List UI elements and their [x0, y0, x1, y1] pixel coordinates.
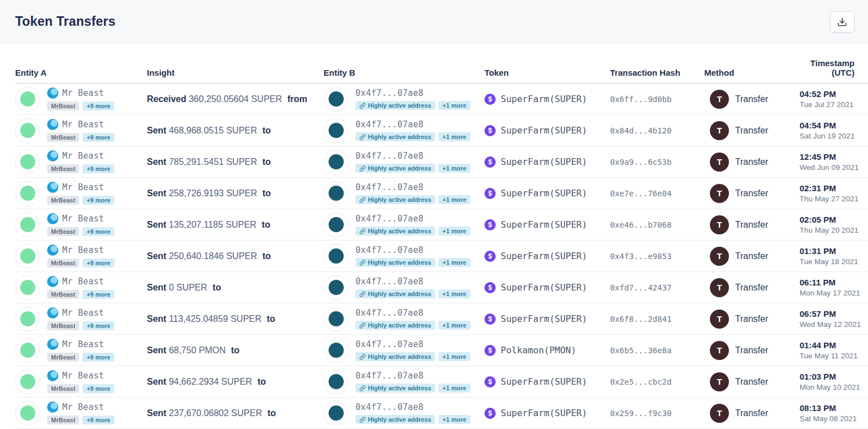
entity-a-avatar[interactable] — [15, 118, 40, 143]
entity-b-address[interactable]: 0x4f7...07ae8 — [355, 214, 423, 224]
token-label[interactable]: SuperFarm(SUPER) — [501, 125, 587, 136]
entity-a-more-badge[interactable]: +9 more — [82, 133, 114, 142]
entity-b-address[interactable]: 0x4f7...07ae8 — [355, 402, 423, 412]
token-label[interactable]: SuperFarm(SUPER) — [501, 313, 587, 324]
token-label[interactable]: Polkamon(PMON) — [501, 345, 576, 356]
entity-a-tag-badge[interactable]: MrBeast — [47, 196, 79, 205]
entity-b-activity-badge[interactable]: Highly active address — [355, 164, 435, 173]
entity-a-name[interactable]: Mr Beast — [62, 88, 104, 98]
token-label[interactable]: SuperFarm(SUPER) — [501, 376, 587, 387]
entity-b-more-badge[interactable]: +1 more — [438, 227, 470, 236]
entity-b-address[interactable]: 0x4f7...07ae8 — [355, 88, 423, 98]
download-button[interactable] — [830, 11, 855, 33]
entity-a-more-badge[interactable]: +9 more — [82, 227, 114, 236]
entity-b-address[interactable]: 0x4f7...07ae8 — [355, 119, 423, 130]
entity-a-tag-badge[interactable]: MrBeast — [47, 321, 79, 330]
entity-b-more-badge[interactable]: +1 more — [438, 164, 470, 173]
entity-a-name[interactable]: Mr Beast — [62, 339, 104, 349]
entity-a-tag-badge[interactable]: MrBeast — [47, 416, 79, 425]
entity-a-name[interactable]: Mr Beast — [62, 402, 104, 412]
token-label[interactable]: SuperFarm(SUPER) — [501, 156, 587, 167]
entity-a-tag-badge[interactable]: MrBeast — [47, 227, 79, 236]
entity-a-name[interactable]: Mr Beast — [62, 245, 104, 255]
entity-b-avatar[interactable] — [324, 181, 348, 206]
entity-a-name[interactable]: Mr Beast — [62, 276, 104, 287]
entity-a-more-badge[interactable]: +9 more — [82, 384, 114, 393]
entity-a-tag-badge[interactable]: MrBeast — [47, 164, 79, 173]
token-label[interactable]: SuperFarm(SUPER) — [501, 251, 587, 261]
entity-b-activity-badge[interactable]: Highly active address — [355, 289, 435, 298]
entity-a-avatar[interactable] — [15, 87, 40, 112]
entity-a-tag-badge[interactable]: MrBeast — [47, 102, 79, 110]
entity-a-tag-badge[interactable]: MrBeast — [47, 384, 79, 393]
entity-b-activity-badge[interactable]: Highly active address — [355, 384, 435, 393]
entity-b-activity-badge[interactable]: Highly active address — [355, 321, 435, 330]
entity-b-address[interactable]: 0x4f7...07ae8 — [355, 371, 423, 381]
entity-a-more-badge[interactable]: +9 more — [82, 321, 114, 330]
entity-a-more-badge[interactable]: +9 more — [82, 164, 114, 173]
entity-b-avatar[interactable] — [324, 275, 348, 300]
entity-a-avatar[interactable] — [15, 401, 40, 426]
entity-b-address[interactable]: 0x4f7...07ae8 — [355, 308, 423, 318]
entity-b-address[interactable]: 0x4f7...07ae8 — [355, 151, 423, 161]
entity-b-more-badge[interactable]: +1 more — [438, 321, 470, 330]
entity-b-avatar[interactable] — [324, 213, 348, 237]
entity-a-name[interactable]: Mr Beast — [62, 308, 104, 318]
token-label[interactable]: SuperFarm(SUPER) — [501, 408, 587, 418]
entity-a-more-badge[interactable]: +9 more — [82, 290, 114, 299]
entity-a-avatar[interactable] — [15, 370, 40, 394]
entity-b-activity-badge[interactable]: Highly active address — [355, 258, 435, 267]
entity-b-more-badge[interactable]: +1 more — [438, 132, 470, 141]
transaction-hash[interactable]: 0x6ff...9d0bb — [610, 95, 672, 104]
entity-b-more-badge[interactable]: +1 more — [438, 415, 470, 424]
entity-b-activity-badge[interactable]: Highly active address — [355, 227, 435, 236]
entity-a-more-badge[interactable]: +9 more — [82, 353, 114, 362]
entity-a-name[interactable]: Mr Beast — [62, 151, 104, 161]
entity-b-activity-badge[interactable]: Highly active address — [355, 132, 435, 141]
entity-b-activity-badge[interactable]: Highly active address — [355, 352, 435, 361]
entity-a-avatar[interactable] — [15, 150, 40, 174]
entity-a-name[interactable]: Mr Beast — [62, 214, 104, 224]
entity-b-more-badge[interactable]: +1 more — [438, 195, 470, 204]
entity-b-avatar[interactable] — [324, 338, 348, 363]
entity-b-avatar[interactable] — [324, 307, 348, 331]
transaction-hash[interactable]: 0xfd7...42437 — [610, 283, 672, 292]
entity-a-more-badge[interactable]: +9 more — [82, 416, 114, 425]
entity-b-avatar[interactable] — [324, 370, 348, 394]
entity-b-address[interactable]: 0x4f7...07ae8 — [355, 245, 423, 255]
entity-b-activity-badge[interactable]: Highly active address — [355, 195, 435, 204]
entity-b-address[interactable]: 0x4f7...07ae8 — [355, 276, 423, 287]
entity-a-tag-badge[interactable]: MrBeast — [47, 133, 79, 142]
entity-b-avatar[interactable] — [324, 244, 348, 269]
entity-b-avatar[interactable] — [324, 118, 348, 143]
entity-b-activity-badge[interactable]: Highly active address — [355, 101, 435, 110]
entity-a-name[interactable]: Mr Beast — [62, 371, 104, 381]
token-label[interactable]: SuperFarm(SUPER) — [501, 188, 587, 199]
entity-a-more-badge[interactable]: +9 more — [82, 102, 114, 110]
entity-a-avatar[interactable] — [15, 213, 40, 237]
transaction-hash[interactable]: 0x259...f9c30 — [610, 409, 672, 418]
transaction-hash[interactable]: 0xe46...b7068 — [610, 220, 672, 229]
token-label[interactable]: SuperFarm(SUPER) — [501, 219, 587, 230]
transaction-hash[interactable]: 0x9a9...6c53b — [610, 158, 672, 167]
token-label[interactable]: SuperFarm(SUPER) — [501, 94, 587, 104]
entity-b-more-badge[interactable]: +1 more — [438, 258, 470, 267]
transaction-hash[interactable]: 0x6f8...2d841 — [610, 315, 672, 324]
entity-a-avatar[interactable] — [15, 338, 40, 363]
transaction-hash[interactable]: 0x4f3...e9853 — [610, 252, 672, 261]
entity-b-avatar[interactable] — [324, 87, 348, 112]
entity-a-name[interactable]: Mr Beast — [62, 119, 104, 130]
transaction-hash[interactable]: 0x6b5...36e8a — [610, 346, 672, 355]
entity-b-more-badge[interactable]: +1 more — [438, 101, 470, 110]
entity-b-address[interactable]: 0x4f7...07ae8 — [355, 182, 423, 192]
entity-b-avatar[interactable] — [324, 150, 348, 174]
entity-b-avatar[interactable] — [324, 401, 348, 426]
entity-b-activity-badge[interactable]: Highly active address — [355, 415, 435, 424]
entity-a-more-badge[interactable]: +9 more — [82, 259, 114, 267]
entity-b-more-badge[interactable]: +1 more — [438, 289, 470, 298]
transaction-hash[interactable]: 0x84d...4b120 — [610, 126, 672, 135]
entity-a-avatar[interactable] — [15, 307, 40, 331]
entity-a-tag-badge[interactable]: MrBeast — [47, 290, 79, 299]
entity-b-more-badge[interactable]: +1 more — [438, 352, 470, 361]
entity-b-address[interactable]: 0x4f7...07ae8 — [355, 339, 423, 349]
